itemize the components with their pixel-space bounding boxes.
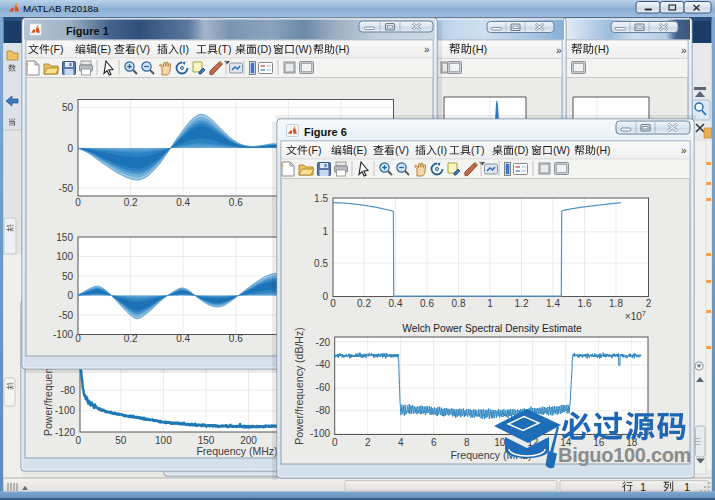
svg-text:0.6: 0.6 <box>229 333 243 344</box>
svg-text:100: 100 <box>155 435 172 446</box>
svg-text:»: » <box>681 45 687 56</box>
svg-text:-100: -100 <box>55 405 75 416</box>
svg-text:Power/frequency (dB/Hz): Power/frequency (dB/Hz) <box>293 327 305 444</box>
svg-text:-50: -50 <box>59 183 74 194</box>
svg-text:0.2: 0.2 <box>124 333 138 344</box>
svg-text:1.6: 1.6 <box>578 298 592 309</box>
svg-text:Frequency (MHz): Frequency (MHz) <box>196 445 277 457</box>
svg-text:0.8: 0.8 <box>452 298 466 309</box>
svg-text:1: 1 <box>684 481 690 493</box>
svg-text:8: 8 <box>464 437 470 448</box>
svg-text:-40: -40 <box>316 359 331 370</box>
svg-text:4: 4 <box>398 437 404 448</box>
svg-text:Figure 6: Figure 6 <box>304 126 347 138</box>
svg-text:(V): (V) <box>395 144 409 156</box>
svg-text:-50: -50 <box>59 310 74 321</box>
svg-text:-120: -120 <box>55 427 75 438</box>
svg-text:1.8: 1.8 <box>609 298 623 309</box>
svg-text:1: 1 <box>322 226 328 237</box>
svg-text:0: 0 <box>67 290 73 301</box>
svg-text:0.4: 0.4 <box>176 197 190 208</box>
svg-text:1.5: 1.5 <box>314 193 328 204</box>
svg-text:0.5: 0.5 <box>314 258 328 269</box>
svg-text:(T): (T) <box>471 144 484 156</box>
svg-text:2: 2 <box>365 437 371 448</box>
svg-text:(H): (H) <box>596 144 611 156</box>
svg-text:(H): (H) <box>594 43 609 55</box>
svg-text:-60: -60 <box>316 382 331 393</box>
svg-text:0: 0 <box>76 435 82 446</box>
svg-text:(F): (F) <box>308 144 321 156</box>
svg-text:-80: -80 <box>316 405 331 416</box>
svg-text:100: 100 <box>56 251 73 262</box>
svg-text:0.2: 0.2 <box>357 298 371 309</box>
svg-text:(F): (F) <box>50 43 63 55</box>
svg-text:2: 2 <box>646 298 652 309</box>
svg-text:MATLAB R2018a: MATLAB R2018a <box>23 3 99 14</box>
svg-text:6: 6 <box>431 437 437 448</box>
svg-text:1: 1 <box>640 481 646 493</box>
svg-text:Figure 1: Figure 1 <box>66 25 109 37</box>
svg-text:-100: -100 <box>310 428 330 439</box>
svg-text:(H): (H) <box>472 43 487 55</box>
svg-text:(I): (I) <box>179 43 189 55</box>
svg-text:»: » <box>556 45 562 56</box>
svg-text:0.2: 0.2 <box>124 197 138 208</box>
svg-text:(D): (D) <box>257 43 272 55</box>
svg-text:(D): (D) <box>514 144 529 156</box>
svg-text:-20: -20 <box>316 337 331 348</box>
svg-text:0: 0 <box>332 437 338 448</box>
svg-text:Welch Power Spectral Density E: Welch Power Spectral Density Estimate <box>402 323 582 334</box>
svg-text:1: 1 <box>487 298 493 309</box>
svg-text:(E): (E) <box>97 43 111 55</box>
svg-text:Biguo100.com: Biguo100.com <box>558 444 691 466</box>
svg-text:(H): (H) <box>335 43 350 55</box>
svg-text:1.2: 1.2 <box>515 298 529 309</box>
svg-text:(T): (T) <box>218 43 231 55</box>
svg-text:0.4: 0.4 <box>389 298 403 309</box>
svg-text:(V): (V) <box>136 43 150 55</box>
svg-text:(W): (W) <box>295 43 312 55</box>
svg-text:1.4: 1.4 <box>546 298 560 309</box>
svg-text:0: 0 <box>330 298 336 309</box>
svg-text:0: 0 <box>75 333 81 344</box>
svg-text:0.6: 0.6 <box>420 298 434 309</box>
svg-text:(I): (I) <box>437 144 447 156</box>
svg-text:0: 0 <box>75 197 81 208</box>
svg-text:0: 0 <box>322 291 328 302</box>
svg-text:0.4: 0.4 <box>176 333 190 344</box>
svg-text:50: 50 <box>115 435 127 446</box>
svg-text:50: 50 <box>62 102 74 113</box>
svg-text:(E): (E) <box>353 144 367 156</box>
svg-text:10: 10 <box>494 437 506 448</box>
svg-text:»: » <box>681 145 687 156</box>
svg-text:0.6: 0.6 <box>229 197 243 208</box>
svg-text:-80: -80 <box>61 385 76 396</box>
svg-text:50: 50 <box>62 271 74 282</box>
svg-text:»: » <box>424 44 430 55</box>
svg-text:-100: -100 <box>53 329 73 340</box>
svg-text:0: 0 <box>67 143 73 154</box>
svg-text:150: 150 <box>56 232 73 243</box>
svg-text:(W): (W) <box>553 144 570 156</box>
